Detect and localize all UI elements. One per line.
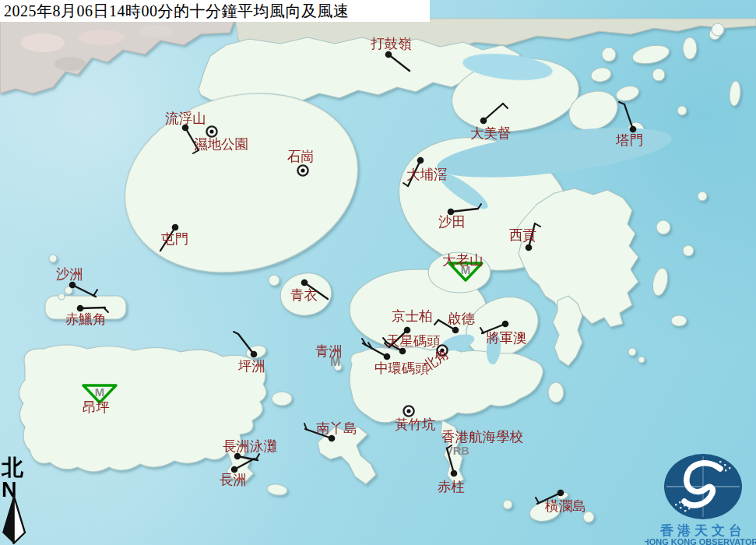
station-label: 青洲 <box>315 343 343 359</box>
station-label: 沙田 <box>438 214 466 230</box>
station-dot <box>77 305 84 312</box>
station-dot <box>251 351 258 358</box>
station-label: 西貢 <box>509 227 536 243</box>
wind-barb-tick <box>535 223 540 227</box>
hko-logo-chinese: 香港天文台 <box>659 523 746 538</box>
station-shek-kong: 石崗 <box>287 149 315 176</box>
station-ngong-ping: M昂坪 <box>83 385 116 415</box>
wind-barb-tick <box>234 332 238 334</box>
station-label: 天星碼頭 <box>386 333 441 349</box>
station-sha-chau: 沙洲 <box>56 266 97 297</box>
hko-logo: 香港天文台 HONG KONG OBSERVATORY <box>645 450 756 545</box>
station-cheung-chau: 長洲 <box>220 459 255 487</box>
compass-hanzi: 北 <box>1 455 24 480</box>
station-dot <box>480 118 487 125</box>
station-label: 京士柏 <box>392 308 433 324</box>
station-label: 屯門 <box>161 231 188 247</box>
wind-barb-tick <box>256 454 259 459</box>
station-label: 橫瀾島 <box>545 498 586 514</box>
station-tap-mun: 塔門 <box>615 102 643 148</box>
station-label: 塔門 <box>615 132 643 148</box>
station-tai-po-kau: 大埔滘 <box>403 157 448 186</box>
station-label: 香港航海學校 <box>441 429 523 445</box>
station-tuen-mun: 屯門 <box>160 224 188 251</box>
wind-barb <box>451 209 478 212</box>
station-peng-chau: 坪洲 <box>234 332 265 374</box>
station-tai-mei-tuk: 大美督 <box>470 104 512 141</box>
wind-barb-tick <box>503 104 508 108</box>
station-label: 大埔滘 <box>406 167 448 182</box>
wind-map-screenshot: 打鼓嶺流浮山濕地公園石崗大美督塔門大埔滘沙田西貢屯門沙洲赤鱲角青衣京士柏啟德將軍… <box>0 0 756 545</box>
station-wong-chuk-hang: 黃竹坑 <box>395 406 436 432</box>
station-chek-lap-kok: 赤鱲角 <box>65 305 108 327</box>
station-label: 濕地公園 <box>194 136 248 152</box>
wind-barb-tick <box>478 204 481 209</box>
station-dot <box>526 244 533 251</box>
compass-north: 北 N <box>0 450 47 545</box>
station-dot <box>69 282 76 289</box>
station-lamma-island: 南丫島 <box>304 420 357 441</box>
station-sai-kung: 西貢 <box>509 223 540 251</box>
station-label: 打鼓嶺 <box>371 36 412 51</box>
station-label: 長洲泳灘 <box>223 438 277 454</box>
station-dot <box>630 126 637 133</box>
station-label: 坪洲 <box>237 358 265 374</box>
station-label: 石崗 <box>287 149 315 164</box>
station-cheung-chau-beach: 長洲泳灘 <box>223 438 277 460</box>
station-sha-tin: 沙田 <box>438 204 481 230</box>
station-label: 將軍澳 <box>486 330 527 346</box>
station-label: 青衣 <box>290 287 318 303</box>
wind-barb <box>80 308 105 308</box>
wind-barb-tick <box>434 320 438 325</box>
station-waglan-island: 橫瀾島 <box>536 490 586 514</box>
wind-barb <box>234 459 255 469</box>
wind-barb <box>389 54 410 71</box>
station-green-island: M青洲 <box>315 343 343 368</box>
station-dot <box>452 327 459 334</box>
hko-logo-icon <box>664 454 742 519</box>
title-bar: 2025年8月06日14時00分的十分鐘平均風向及風速 <box>0 0 430 22</box>
station-label: 長洲 <box>220 472 247 487</box>
station-label: 赤柱 <box>438 479 465 494</box>
wind-barb-tick <box>536 498 539 503</box>
station-dot <box>557 490 564 497</box>
station-dot <box>172 224 179 231</box>
station-label: 啟德 <box>448 311 476 326</box>
wind-barb <box>72 285 96 297</box>
station-label: 流浮山 <box>165 111 206 126</box>
station-label: 大老山 <box>442 252 483 268</box>
station-dot <box>301 280 308 287</box>
wind-barb-tick <box>619 102 624 104</box>
station-label: 大美督 <box>470 125 512 141</box>
hko-logo-english: HONG KONG OBSERVATORY <box>645 537 756 545</box>
station-star-ferry: 天星碼頭 <box>383 333 441 354</box>
map-title: 2025年8月06日14時00分的十分鐘平均風向及風速 <box>0 1 350 22</box>
station-dot <box>451 470 458 477</box>
station-dot <box>502 321 509 328</box>
station-dot <box>384 353 391 360</box>
station-dot <box>404 327 411 334</box>
station-tseung-kwan-o: 將軍澳 <box>480 321 527 346</box>
station-hk-sea-school: VRB香港航海學校 <box>441 429 523 457</box>
wind-barb-tick <box>403 183 408 186</box>
station-label: 黃竹坑 <box>395 417 436 432</box>
station-tates-cairn: M大老山 <box>442 252 483 280</box>
wind-barb <box>483 104 503 121</box>
station-label: 南丫島 <box>316 420 357 436</box>
station-label: 赤鱲角 <box>65 311 107 327</box>
station-wetland-park: 濕地公園 <box>194 126 248 152</box>
station-kai-tak: 啟德 <box>434 311 476 333</box>
wind-barb <box>238 334 254 354</box>
station-dot <box>385 51 392 58</box>
station-label: 昂坪 <box>83 399 110 415</box>
stations-layer: 打鼓嶺流浮山濕地公園石崗大美督塔門大埔滘沙田西貢屯門沙洲赤鱲角青衣京士柏啟德將軍… <box>0 0 756 545</box>
station-ta-kwu-ling: 打鼓嶺 <box>371 36 412 71</box>
north-arrow-icon <box>2 495 25 543</box>
station-label: 沙洲 <box>56 266 83 282</box>
station-tsing-yi: 青衣 <box>290 280 328 303</box>
wind-barb-tick <box>93 290 97 296</box>
wind-barb <box>624 104 633 129</box>
maintenance-m-mark: M <box>95 385 105 399</box>
station-dot <box>417 157 424 164</box>
